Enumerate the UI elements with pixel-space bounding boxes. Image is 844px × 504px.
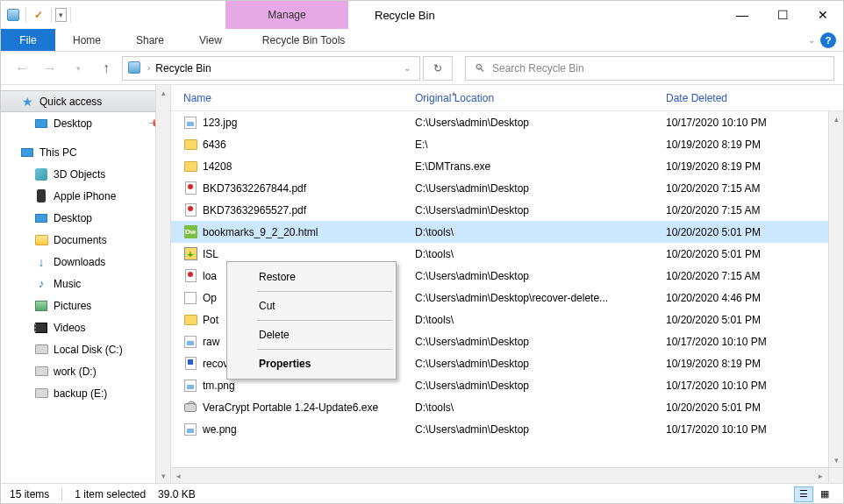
- file-location: C:\Users\admin\Desktop: [415, 423, 666, 436]
- chevron-right-icon[interactable]: ›: [147, 63, 150, 73]
- recycle-bin-icon[interactable]: [4, 6, 22, 24]
- scroll-up-icon[interactable]: ▴: [829, 111, 843, 126]
- recent-dropdown-icon[interactable]: ▾: [66, 56, 90, 81]
- sidebar-item[interactable]: Apple iPhone: [1, 185, 170, 207]
- scroll-up-icon[interactable]: ▴: [156, 85, 170, 100]
- minimize-button[interactable]: —: [722, 1, 762, 29]
- navpane-scrollbar[interactable]: ▴ ▾: [155, 85, 170, 483]
- scroll-corner: [828, 467, 843, 483]
- scroll-right-icon[interactable]: ▸: [813, 468, 828, 483]
- sidebar-item[interactable]: backup (E:): [1, 382, 170, 404]
- sidebar-item[interactable]: 3D Objects: [1, 163, 170, 185]
- sidebar-item[interactable]: Videos: [1, 316, 170, 338]
- status-size: 39.0 KB: [158, 488, 196, 500]
- quick-access-toolbar: ✓ ▾: [1, 1, 76, 29]
- this-pc-item[interactable]: This PC: [1, 141, 170, 163]
- scroll-left-icon[interactable]: ◂: [171, 468, 186, 483]
- context-menu: Restore Cut Delete Properties: [226, 261, 397, 380]
- status-item-count: 15 items: [10, 488, 49, 500]
- search-placeholder: Search Recycle Bin: [492, 62, 584, 75]
- icons-view-button[interactable]: ▦: [815, 486, 834, 502]
- file-row[interactable]: BKD73632267844.pdfC:\Users\admin\Desktop…: [171, 177, 843, 199]
- file-location: D:\tools\: [415, 226, 666, 238]
- file-name: Op: [203, 292, 217, 304]
- search-box[interactable]: 🔍︎ Search Recycle Bin: [465, 56, 834, 81]
- monitor-icon: [34, 117, 48, 131]
- help-icon[interactable]: ?: [820, 32, 836, 48]
- sidebar-item[interactable]: Desktop: [1, 207, 170, 229]
- sidebar-item[interactable]: Local Disk (C:): [1, 338, 170, 360]
- file-name: tm.png: [203, 380, 235, 392]
- file-name: Pot: [203, 314, 218, 326]
- filelist-vscrollbar[interactable]: ▴ ▾: [828, 111, 843, 467]
- file-row[interactable]: 6436E:\10/19/2020 8:19 PM: [171, 133, 843, 155]
- scroll-down-icon[interactable]: ▾: [156, 468, 170, 483]
- file-date: 10/17/2020 10:10 PM: [666, 336, 843, 348]
- disk-icon: [34, 365, 48, 379]
- address-bar[interactable]: › Recycle Bin ⌄: [122, 56, 420, 81]
- refresh-button[interactable]: ↻: [423, 56, 453, 81]
- filelist-hscrollbar[interactable]: ◂ ▸: [171, 467, 828, 483]
- sidebar-item[interactable]: Documents: [1, 229, 170, 251]
- file-row[interactable]: Dwbookmarks_9_2_20.htmlD:\tools\10/20/20…: [171, 221, 843, 243]
- sidebar-item[interactable]: work (D:): [1, 360, 170, 382]
- file-date: 10/20/2020 5:01 PM: [666, 401, 843, 414]
- view-tab[interactable]: View: [182, 29, 240, 51]
- file-date: 10/19/2020 8:19 PM: [666, 160, 843, 173]
- file-date: 10/17/2020 10:10 PM: [666, 117, 843, 129]
- ctx-restore[interactable]: Restore: [229, 265, 394, 289]
- star-icon: ★: [20, 95, 34, 109]
- file-row[interactable]: BKD73632965527.pdfC:\Users\admin\Desktop…: [171, 199, 843, 221]
- ctx-delete[interactable]: Delete: [229, 323, 394, 347]
- file-location: D:\tools\: [415, 248, 666, 260]
- address-dropdown-icon[interactable]: ⌄: [404, 63, 414, 73]
- ctx-properties[interactable]: Properties: [229, 351, 394, 376]
- window-title: Recycle Bin: [348, 1, 435, 29]
- home-tab[interactable]: Home: [55, 29, 118, 51]
- ctx-cut[interactable]: Cut: [229, 294, 394, 318]
- recycle-bin-tools-tab[interactable]: Recycle Bin Tools: [247, 29, 361, 51]
- sidebar-item[interactable]: ↓Downloads: [1, 251, 170, 273]
- file-row[interactable]: 14208E:\DMTrans.exe10/19/2020 8:19 PM: [171, 155, 843, 177]
- 3d-icon: [34, 167, 48, 181]
- file-date: 10/20/2020 4:46 PM: [666, 292, 843, 304]
- file-icon: [183, 313, 197, 327]
- file-location: C:\Users\admin\Desktop: [415, 358, 666, 370]
- file-date: 10/20/2020 7:15 AM: [666, 270, 843, 282]
- quick-access-item[interactable]: ★ Quick access: [1, 90, 170, 112]
- file-row[interactable]: 123.jpgC:\Users\admin\Desktop10/17/2020 …: [171, 111, 843, 133]
- file-date: 10/20/2020 7:15 AM: [666, 182, 843, 195]
- file-icon: Dw: [183, 225, 197, 239]
- details-view-button[interactable]: ☰: [794, 486, 813, 502]
- expand-ribbon-icon[interactable]: ⌄: [808, 35, 815, 45]
- close-button[interactable]: ✕: [803, 1, 843, 29]
- share-tab[interactable]: Share: [118, 29, 182, 51]
- up-button[interactable]: ↑: [94, 56, 118, 81]
- file-row[interactable]: VeraCrypt Portable 1.24-Update6.exeD:\to…: [171, 396, 843, 418]
- sidebar-item[interactable]: ♪Music: [1, 273, 170, 295]
- column-date[interactable]: Date Deleted: [666, 92, 843, 104]
- file-name: loa: [203, 270, 217, 282]
- qat-dropdown[interactable]: ▾: [55, 8, 67, 22]
- navigation-pane: ★ Quick access Desktop 📌 This PC 3D Obje…: [1, 85, 171, 483]
- maximize-button[interactable]: ☐: [762, 1, 803, 29]
- sidebar-item[interactable]: Pictures: [1, 295, 170, 316]
- properties-qat-icon[interactable]: ✓: [30, 6, 47, 24]
- video-icon: [34, 321, 48, 335]
- file-row[interactable]: we.pngC:\Users\admin\Desktop10/17/2020 1…: [171, 418, 843, 440]
- column-name[interactable]: Name: [183, 92, 415, 104]
- main-area: ★ Quick access Desktop 📌 This PC 3D Obje…: [1, 85, 843, 483]
- monitor-icon: [34, 211, 48, 225]
- file-date: 10/19/2020 8:19 PM: [666, 138, 843, 151]
- file-name: BKD73632965527.pdf: [203, 204, 306, 217]
- manage-contextual-tab[interactable]: Manage: [225, 1, 348, 29]
- scroll-down-icon[interactable]: ▾: [829, 452, 843, 467]
- forward-button[interactable]: →: [38, 56, 62, 81]
- file-tab[interactable]: File: [1, 29, 55, 51]
- ctx-separator: [257, 291, 392, 292]
- file-icon: [183, 203, 197, 217]
- sort-indicator-icon: ▴: [452, 89, 456, 97]
- back-button[interactable]: ←: [10, 56, 34, 81]
- sidebar-item-desktop-qa[interactable]: Desktop 📌: [1, 112, 170, 134]
- address-text[interactable]: Recycle Bin: [155, 62, 398, 75]
